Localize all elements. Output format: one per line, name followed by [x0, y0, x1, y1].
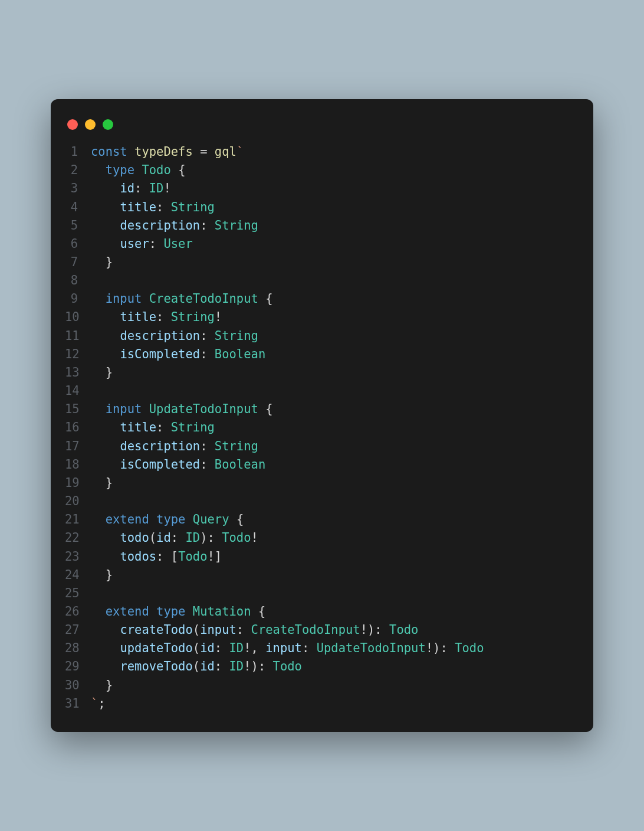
token-typ: String	[171, 200, 215, 214]
zoom-icon[interactable]	[103, 119, 113, 130]
token-pun: :	[134, 181, 142, 195]
line-content: createTodo(input: CreateTodoInput!): Tod…	[91, 621, 418, 639]
token-fld: title	[120, 420, 156, 434]
line-content: user: User	[91, 235, 193, 253]
token-fld: id	[156, 531, 171, 545]
code-line: 21 extend type Query {	[65, 511, 579, 529]
code-line: 2 type Todo {	[65, 161, 579, 179]
token-fld: title	[120, 200, 156, 214]
token-fld: user	[120, 237, 149, 251]
token-pun: :	[200, 347, 207, 361]
code-line: 11 description: String	[65, 327, 579, 345]
code-line: 6 user: User	[65, 235, 579, 253]
token-str	[178, 531, 185, 545]
line-number: 15	[65, 400, 91, 418]
line-content: }	[91, 364, 113, 382]
token-str	[91, 457, 120, 472]
line-number: 17	[65, 437, 91, 456]
line-number: 21	[65, 511, 91, 529]
token-str	[91, 255, 106, 269]
line-number: 24	[65, 566, 91, 584]
token-str	[91, 659, 120, 673]
code-line: 1const typeDefs = gql`	[65, 143, 579, 161]
token-str	[91, 292, 106, 306]
line-content: description: String	[91, 217, 258, 235]
token-str	[207, 347, 214, 361]
token-pun: !	[215, 310, 222, 324]
line-content: }	[91, 676, 113, 695]
token-typ: Todo	[389, 623, 418, 637]
token-pun: !):	[426, 641, 448, 655]
token-str	[244, 623, 251, 637]
token-str	[91, 439, 120, 453]
token-str	[91, 365, 106, 379]
line-content: input CreateTodoInput {	[91, 290, 273, 308]
token-str	[163, 200, 170, 214]
token-str	[91, 568, 106, 582]
token-typ: Mutation	[193, 604, 251, 619]
line-number: 4	[65, 198, 91, 217]
token-pun: {	[265, 402, 272, 416]
token-pun: {	[178, 163, 185, 177]
code-line: 5 description: String	[65, 217, 579, 235]
line-number: 18	[65, 456, 91, 474]
code-window: 1const typeDefs = gql`2 type Todo {3 id:…	[51, 99, 593, 732]
token-str	[251, 604, 258, 619]
token-pun: }	[106, 568, 113, 582]
token-str	[142, 181, 149, 195]
token-pun: (	[193, 641, 200, 655]
token-pun: }	[106, 255, 113, 269]
token-str	[142, 402, 149, 416]
token-str	[149, 604, 156, 619]
token-str	[134, 163, 142, 177]
line-number: 25	[65, 584, 91, 603]
token-str	[91, 402, 106, 416]
token-str	[185, 512, 192, 526]
token-str	[171, 163, 178, 177]
token-typ: Query	[193, 512, 229, 526]
token-fld: updateTodo	[120, 641, 192, 655]
token-str	[265, 659, 272, 673]
token-typ: String	[215, 329, 258, 343]
token-str	[448, 641, 455, 655]
token-str	[229, 512, 236, 526]
token-str	[91, 549, 120, 564]
token-fld: input	[200, 623, 236, 637]
token-typ: String	[171, 310, 215, 324]
token-str	[207, 439, 214, 453]
token-str	[258, 292, 265, 306]
token-str	[91, 181, 120, 195]
token-pun: ):	[200, 531, 215, 545]
token-pun: :	[215, 659, 222, 673]
token-str: `	[91, 696, 98, 711]
token-str	[91, 218, 120, 233]
minimize-icon[interactable]	[85, 119, 96, 130]
line-number: 8	[65, 271, 91, 290]
token-fld: id	[200, 659, 215, 673]
token-str	[222, 641, 229, 655]
token-fld: todos	[120, 549, 156, 564]
line-content: id: ID!	[91, 179, 171, 198]
line-content: isCompleted: Boolean	[91, 345, 265, 364]
token-pun: {	[265, 292, 272, 306]
token-pun: !]	[208, 549, 222, 564]
line-content: input UpdateTodoInput {	[91, 400, 273, 418]
line-content: title: String!	[91, 308, 222, 326]
close-icon[interactable]	[67, 119, 78, 130]
token-fld: input	[265, 641, 302, 655]
token-fn: gql	[215, 145, 236, 159]
token-pun: !):	[360, 623, 382, 637]
token-kw: extend	[106, 604, 149, 619]
token-pun: :	[156, 310, 163, 324]
token-typ: User	[163, 237, 192, 251]
line-content: description: String	[91, 437, 258, 456]
token-str	[149, 512, 156, 526]
code-line: 25	[65, 584, 579, 603]
token-pun: (	[193, 659, 200, 673]
token-kw: const	[91, 145, 127, 159]
code-line: 22 todo(id: ID): Todo!	[65, 529, 579, 547]
code-line: 27 createTodo(input: CreateTodoInput!): …	[65, 621, 579, 639]
code-line: 29 removeTodo(id: ID!): Todo	[65, 657, 579, 676]
token-typ: ID	[229, 641, 244, 655]
token-str	[91, 329, 120, 343]
